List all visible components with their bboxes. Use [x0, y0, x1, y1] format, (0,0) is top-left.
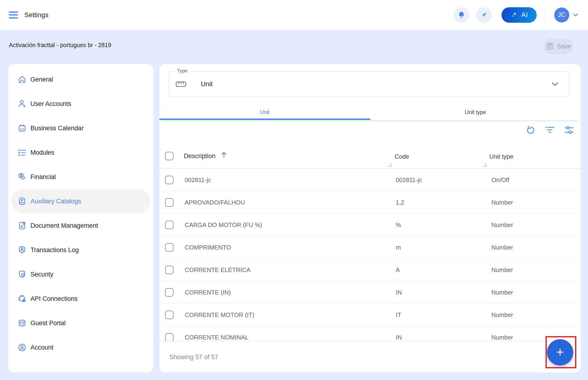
save-button[interactable]: Save — [544, 38, 574, 54]
tab-unit[interactable]: Unit — [160, 104, 370, 120]
ai-button-label: AI — [521, 11, 528, 19]
top-app-bar: Settings — [0, 0, 588, 30]
table-row[interactable]: COMPRIMENTO m Number — [160, 236, 581, 259]
sidebar-item-transactions-log[interactable]: Transactions Log — [11, 238, 150, 262]
cell-code: A — [396, 266, 400, 274]
cell-description: CORRENTE (IN) — [185, 289, 231, 296]
sidebar-item-business-calendar[interactable]: Business Calendar — [11, 116, 150, 140]
ai-sparkle-icon — [510, 11, 518, 19]
table-row[interactable]: CARGA DO MOTOR (FU %) % Number — [160, 214, 581, 236]
sidebar-item-guest-portal[interactable]: Guest Portal — [11, 311, 150, 335]
bell-icon — [457, 11, 465, 19]
column-header-code[interactable]: Code — [395, 153, 409, 160]
row-checkbox[interactable] — [165, 243, 174, 252]
ruler-icon — [176, 80, 186, 88]
row-checkbox[interactable] — [165, 176, 174, 184]
filter-icon[interactable] — [545, 125, 554, 135]
cell-code: IN — [396, 289, 402, 296]
table-row[interactable]: 002811-jc 002811-jc On/Off — [160, 169, 581, 191]
catalog-document-icon — [18, 197, 26, 206]
table-row[interactable]: CORRENTE ELÉTRICA A Number — [160, 259, 581, 281]
page-title: Settings — [24, 11, 49, 19]
table-row[interactable]: CORRENTE MOTOR (IT) IT Number — [160, 304, 581, 326]
cell-code: % — [396, 221, 401, 229]
type-select[interactable]: Type Unit — [169, 71, 569, 97]
sidebar-item-modules[interactable]: Modules — [11, 140, 150, 165]
whats-new-button[interactable] — [476, 7, 492, 23]
user-plus-icon — [18, 99, 26, 108]
sidebar-item-account[interactable]: Account — [11, 335, 150, 360]
type-select-value: Unit — [201, 80, 213, 88]
auxiliary-catalogs-panel: Type Unit Unit Unit type — [160, 64, 581, 373]
chevron-down-icon[interactable] — [573, 13, 578, 17]
topbar-actions: AI JC — [447, 7, 588, 23]
sidebar-item-label: Document Management — [30, 222, 98, 229]
settings-sidebar: General User Accounts Business Calendar — [8, 64, 154, 373]
sidebar-item-label: Guest Portal — [30, 320, 66, 327]
avatar[interactable]: JC — [554, 7, 569, 22]
tune-sliders-icon[interactable] — [564, 125, 574, 135]
sidebar-item-label: Modules — [30, 149, 54, 156]
cell-description: CARGA DO MOTOR (FU %) — [185, 221, 262, 229]
column-header-unit-type[interactable]: Unit type — [489, 153, 513, 160]
unit-table-body: 002811-jc 002811-jc On/Off APROVADO/FALH… — [160, 169, 581, 341]
sidebar-item-label: Business Calendar — [30, 125, 84, 132]
add-button[interactable]: + — [547, 339, 573, 365]
person-circle-icon — [18, 343, 26, 352]
save-button-label: Save — [557, 43, 571, 50]
sidebar-item-document-management[interactable]: Document Management — [11, 213, 150, 238]
cell-code: 002811-jc — [396, 176, 422, 184]
sidebar-item-label: API Connections — [30, 295, 78, 303]
notifications-button[interactable] — [454, 7, 469, 23]
column-resize-handle[interactable] — [388, 163, 391, 167]
sidebar-item-auxiliary-catalogs[interactable]: Auxiliary Catalogs — [11, 189, 150, 213]
document-clock-icon — [18, 221, 26, 230]
sidebar-item-user-accounts[interactable]: User Accounts — [11, 92, 150, 116]
table-header: Description Code Unit type — [160, 150, 581, 169]
sidebar-item-label: Security — [30, 271, 53, 278]
table-footer: Showing 57 of 57 — [160, 341, 581, 373]
cell-unit-type: Number — [491, 334, 513, 341]
table-row[interactable]: APROVADO/FALHOU 1,2 Number — [160, 191, 581, 214]
save-icon — [546, 43, 554, 50]
table-row[interactable]: CORRENTE NOMINAL IN Number — [160, 326, 581, 341]
row-checkbox[interactable] — [165, 288, 174, 297]
shield-lock-icon — [18, 270, 26, 279]
sidebar-item-label: General — [30, 76, 53, 83]
cell-unit-type: Number — [491, 289, 513, 296]
plus-icon: + — [556, 345, 564, 359]
cell-description: COMPRIMENTO — [185, 244, 231, 251]
cell-unit-type: Number — [491, 244, 513, 251]
column-resize-handle[interactable] — [483, 163, 486, 167]
row-checkbox[interactable] — [165, 333, 174, 341]
cell-code: 1,2 — [396, 199, 404, 206]
column-header-description[interactable]: Description — [184, 152, 215, 160]
ai-assistant-button[interactable]: AI — [502, 7, 537, 23]
sort-ascending-icon[interactable] — [221, 151, 227, 158]
sidebar-item-label: Transactions Log — [30, 247, 79, 254]
row-checkbox[interactable] — [165, 311, 174, 319]
cell-unit-type: Number — [491, 266, 513, 274]
checklist-icon — [18, 148, 26, 157]
menu-icon[interactable] — [9, 12, 18, 19]
tab-unit-type[interactable]: Unit type — [370, 104, 581, 120]
sidebar-item-financial[interactable]: Financial — [11, 165, 150, 189]
row-checkbox[interactable] — [165, 266, 174, 274]
type-select-label: Type — [175, 68, 190, 74]
dollar-coin-icon — [18, 172, 26, 181]
cell-description: APROVADO/FALHOU — [185, 199, 245, 206]
table-row[interactable]: CORRENTE (IN) IN Number — [160, 281, 581, 304]
refresh-icon[interactable] — [526, 125, 535, 135]
sidebar-item-label: User Accounts — [30, 100, 71, 108]
table-toolbar — [526, 125, 574, 135]
cell-code: IN — [396, 334, 402, 341]
calendar-icon — [18, 124, 26, 133]
sidebar-item-api-connections[interactable]: API Connections — [11, 286, 150, 311]
row-checkbox[interactable] — [165, 198, 174, 207]
cell-unit-type: Number — [491, 199, 513, 206]
sidebar-item-security[interactable]: Security — [11, 262, 150, 286]
sidebar-item-general[interactable]: General — [11, 67, 150, 92]
topbar-divider — [546, 7, 546, 23]
select-all-checkbox[interactable] — [165, 152, 174, 160]
row-checkbox[interactable] — [165, 221, 174, 229]
